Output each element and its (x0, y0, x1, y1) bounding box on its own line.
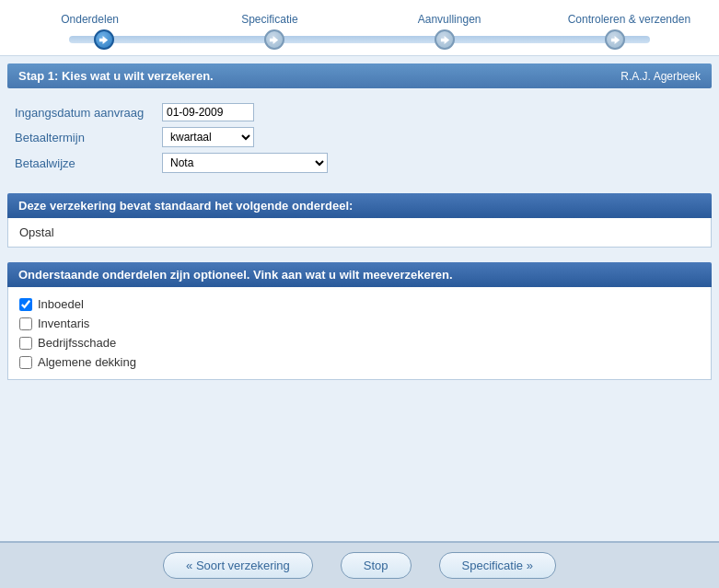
checkbox-label-bedrijfsschade: Bedrijfsschade (38, 336, 116, 350)
step-icon-3 (435, 29, 455, 50)
betaaltermijn-select[interactable]: kwartaal maand half jaar jaar (162, 127, 254, 147)
betaalwijze-select[interactable]: Nota Automatisch incasso (162, 153, 328, 173)
checkbox-row-inventaris: Inventaris (19, 314, 700, 333)
checkbox-row-inboedel: Inboedel (19, 294, 700, 314)
optional-section-header: Onderstaande onderdelen zijn optioneel. … (7, 262, 712, 287)
step-label-controleren: Controleren & verzenden (539, 13, 719, 29)
footer: « Soort verzekering Stop Specificatie » (0, 541, 719, 588)
svg-marker-1 (270, 35, 278, 43)
step-header: Stap 1: Kies wat u wilt verzekeren. R.A.… (7, 63, 712, 88)
standard-section-body: Opstal (7, 218, 712, 248)
ingangsdatum-row: Ingangsdatum aanvraag (15, 103, 704, 121)
standard-item: Opstal (19, 225, 54, 239)
stop-button[interactable]: Stop (341, 552, 412, 579)
step-title: Stap 1: Kies wat u wilt verzekeren. (18, 69, 214, 83)
checkbox-row-algemene: Algemene dekking (19, 352, 700, 372)
svg-marker-0 (99, 35, 108, 43)
betaaltermijn-label: Betaaltermijn (15, 131, 162, 144)
svg-marker-3 (611, 35, 620, 43)
step-user: R.A.J. Agerbeek (620, 70, 701, 83)
ingangsdatum-label: Ingangsdatum aanvraag (15, 106, 162, 120)
checkbox-label-inventaris: Inventaris (38, 317, 89, 330)
checkbox-label-algemene: Algemene dekking (38, 355, 136, 369)
checkbox-inventaris[interactable] (19, 317, 32, 330)
form-section: Ingangsdatum aanvraag Betaaltermijn kwar… (0, 96, 719, 186)
betaaltermijn-row: Betaaltermijn kwartaal maand half jaar j… (15, 127, 704, 147)
checkbox-label-inboedel: Inboedel (38, 297, 84, 311)
step-icon-4 (605, 29, 625, 50)
step-icon-1 (94, 29, 114, 50)
standard-section-header: Deze verzekering bevat standaard het vol… (7, 193, 712, 218)
checkbox-inboedel[interactable] (19, 298, 32, 311)
step-label-aanvullingen: Aanvullingen (360, 13, 539, 29)
betaalwijze-label: Betaalwijze (15, 156, 162, 170)
next-button[interactable]: Specificatie » (439, 552, 556, 579)
ingangsdatum-input[interactable] (162, 103, 254, 121)
progress-bar-row (0, 29, 719, 55)
back-button[interactable]: « Soort verzekering (163, 552, 313, 579)
step-label-specificatie: Specificatie (180, 13, 359, 29)
checkbox-algemene[interactable] (19, 356, 32, 369)
checkbox-bedrijfsschade[interactable] (19, 337, 32, 350)
optional-section-body: Inboedel Inventaris Bedrijfsschade Algem… (7, 287, 712, 380)
betaalwijze-row: Betaalwijze Nota Automatisch incasso (15, 153, 704, 173)
checkbox-row-bedrijfsschade: Bedrijfsschade (19, 333, 700, 352)
step-label-onderdelen: Onderdelen (0, 13, 180, 29)
svg-marker-2 (441, 35, 449, 43)
step-icon-2 (264, 29, 284, 50)
